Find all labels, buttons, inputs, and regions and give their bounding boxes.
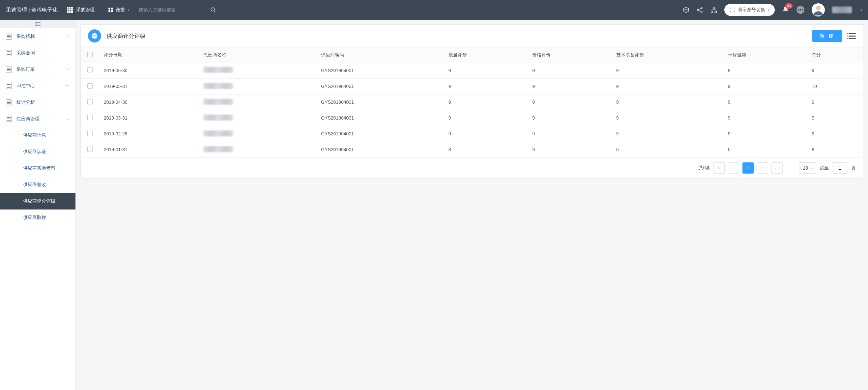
- svg-line-5: [699, 8, 701, 9]
- cell-code: GYS201904001: [316, 78, 444, 94]
- sidebar-item[interactable]: 统计分析: [0, 94, 75, 111]
- page-prev-button[interactable]: ‹: [728, 162, 739, 173]
- svg-point-0: [211, 7, 215, 11]
- cell-code: GYS201904001: [316, 94, 444, 110]
- cell-env: 9: [723, 78, 807, 94]
- row-checkbox[interactable]: [81, 110, 99, 126]
- account-switch-button[interactable]: 演示账号切换 ▾: [724, 4, 775, 16]
- search-icon: [210, 7, 216, 13]
- app-title: 采购管理 | 全程电子化: [6, 7, 58, 13]
- cell-date: 2019-06-30: [99, 63, 199, 78]
- cell-tech: 6: [612, 142, 723, 158]
- sidebar-subitem[interactable]: 供应商整改: [0, 176, 75, 193]
- sidebar-item-label: 印控中心: [17, 83, 35, 89]
- doc-icon: [6, 116, 12, 122]
- page-first-button[interactable]: K: [713, 162, 725, 173]
- cell-code: GYS201904001: [316, 63, 444, 78]
- cell-total: 8: [807, 142, 863, 158]
- org-icon[interactable]: [711, 7, 717, 13]
- module-selector[interactable]: 采购管理: [67, 7, 95, 13]
- sidebar-subitem[interactable]: 供应商认证: [0, 143, 75, 160]
- row-checkbox[interactable]: [81, 78, 99, 94]
- cube-icon[interactable]: [683, 7, 689, 13]
- sidebar-item-label: 采购合同: [17, 50, 35, 56]
- cell-quality: 9: [444, 63, 528, 78]
- total-text: 共6条: [699, 165, 711, 171]
- table-row[interactable]: 2019-02-28GYS20190400199999: [81, 126, 863, 142]
- column-header: 供应商名称: [199, 47, 316, 63]
- search-type-label: 微搜: [116, 7, 125, 13]
- table-row[interactable]: 2019-04-30GYS20190400199999: [81, 94, 863, 110]
- more-button[interactable]: •••: [797, 6, 804, 14]
- cube-icon: [88, 29, 101, 42]
- page-size-select[interactable]: 10 ⌄: [799, 162, 816, 173]
- chevron-down-icon[interactable]: ▾: [861, 8, 862, 12]
- scan-icon: [730, 7, 735, 12]
- sidebar-item-label: 统计分析: [17, 99, 35, 105]
- sidebar-item[interactable]: 采购合同: [0, 45, 75, 61]
- sidebar-item[interactable]: 供应商管理︿: [0, 111, 75, 127]
- page-number-button[interactable]: 1: [742, 162, 754, 173]
- share-icon[interactable]: [696, 7, 703, 13]
- sidebar-item[interactable]: 采购订单﹀: [0, 61, 75, 78]
- jump-suffix: 页: [851, 165, 856, 171]
- sidebar-item[interactable]: 印控中心﹀: [0, 78, 75, 94]
- page-last-button[interactable]: 〉I: [771, 162, 783, 173]
- table-row[interactable]: 2019-03-31GYS20190400199999: [81, 110, 863, 126]
- sidebar-subitem[interactable]: 供应商取样: [0, 209, 75, 226]
- search-type-dropdown[interactable]: 微搜 ▾: [104, 4, 134, 15]
- list-view-icon[interactable]: [848, 33, 856, 39]
- sidebar-collapse-button[interactable]: [0, 20, 75, 28]
- select-all-header[interactable]: [81, 47, 99, 63]
- cell-total: 10: [807, 78, 863, 94]
- search-input[interactable]: [134, 4, 207, 15]
- column-header: 评分日期: [99, 47, 199, 63]
- jump-label: 跳至: [819, 165, 829, 171]
- jump-input[interactable]: [832, 162, 848, 173]
- cell-price: 9: [528, 126, 611, 142]
- table-row[interactable]: 2019-05-31GYS201904001999910: [81, 78, 863, 94]
- row-checkbox[interactable]: [81, 126, 99, 142]
- cell-price: 9: [528, 94, 611, 110]
- cell-env: 5: [723, 142, 807, 158]
- cell-quality: 8: [444, 142, 528, 158]
- search-button[interactable]: [207, 4, 220, 15]
- cell-supplier-name: [199, 94, 316, 110]
- avatar[interactable]: [812, 3, 825, 17]
- cell-tech: 9: [612, 110, 723, 126]
- row-checkbox[interactable]: [81, 142, 99, 158]
- sidebar-subitem[interactable]: 供应商评分评级: [0, 193, 75, 209]
- cell-quality: 9: [444, 78, 528, 94]
- cell-tech: 9: [612, 63, 723, 78]
- table-row[interactable]: 2019-06-30GYS20190400199999: [81, 63, 863, 78]
- cell-total: 9: [807, 94, 863, 110]
- cell-supplier-name: [199, 110, 316, 126]
- row-checkbox[interactable]: [81, 63, 99, 78]
- table-row[interactable]: 2019-01-31GYS20190400189658: [81, 142, 863, 158]
- chevron-down-icon: ﹀: [66, 34, 69, 39]
- page-next-button[interactable]: ›: [757, 162, 768, 173]
- sidebar-item-label: 采购招标: [17, 34, 35, 39]
- notifications-button[interactable]: 93: [782, 6, 789, 14]
- sidebar-item[interactable]: 采购招标﹀: [0, 28, 75, 45]
- cell-code: GYS201904001: [316, 126, 444, 142]
- checkbox-icon: [87, 131, 93, 136]
- sidebar-subitem[interactable]: 供应商实地考察: [0, 160, 75, 176]
- doc-icon: [6, 99, 12, 105]
- cell-price: 9: [528, 63, 611, 78]
- row-checkbox[interactable]: [81, 94, 99, 110]
- svg-line-1: [214, 10, 216, 12]
- cell-tech: 9: [612, 78, 723, 94]
- sidebar-item-label: 采购订单: [17, 67, 35, 72]
- collapse-icon: [35, 22, 40, 26]
- app-header: 采购管理 | 全程电子化 采购管理 微搜 ▾ 演示账号切换 ▾ 93 •••: [0, 0, 868, 20]
- user-icon: [813, 4, 824, 15]
- cell-price: 9: [528, 110, 611, 126]
- new-button[interactable]: 新 建: [812, 30, 842, 42]
- cell-date: 2019-03-31: [99, 110, 199, 126]
- search-bar: 微搜 ▾: [104, 4, 220, 15]
- cell-price: 9: [528, 78, 611, 94]
- cell-date: 2019-04-30: [99, 94, 199, 110]
- sidebar-subitem[interactable]: 供应商信息: [0, 127, 75, 143]
- doc-icon: [6, 34, 12, 39]
